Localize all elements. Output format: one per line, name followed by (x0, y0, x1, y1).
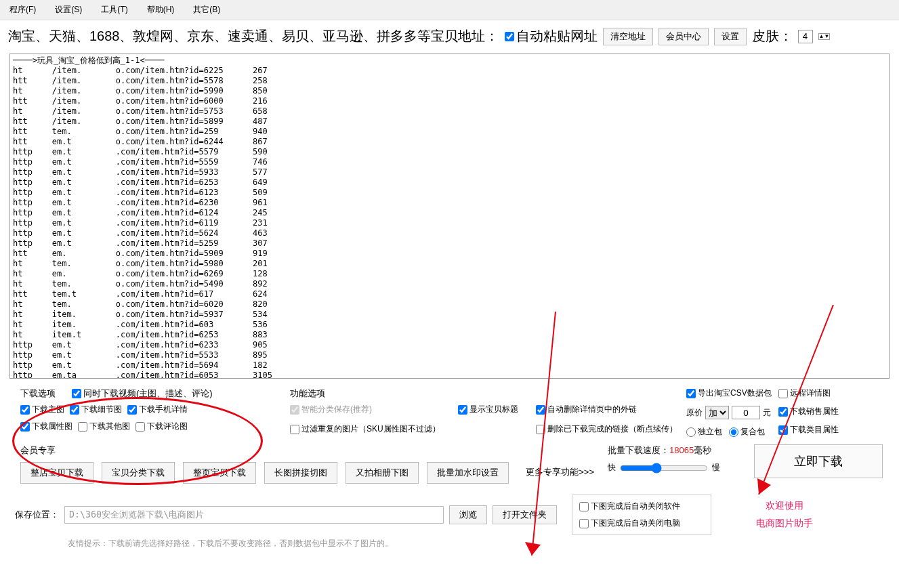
url-textarea[interactable]: ────>玩具_淘宝_价格低到高_1-1<──── ht /item. o.co… (9, 54, 890, 379)
func-title: 功能选项 (290, 387, 681, 400)
opt-other-img[interactable]: 下载其他图 (78, 421, 130, 432)
speed-block: 批量下载速度：18065毫秒 快 慢 (608, 444, 743, 474)
price-line: 原价 加 元 (686, 406, 772, 419)
opt-attr-img[interactable]: 下载属性图 (20, 421, 72, 432)
speed-unit: 毫秒 (694, 445, 711, 455)
open-folder-button[interactable]: 打开文件夹 (493, 505, 557, 524)
radio-compound[interactable]: 复合包 (729, 426, 765, 438)
auto-close-group: 下图完成后自动关闭软件 下图完成后自动关闭电脑 (572, 495, 711, 535)
func-del-done[interactable]: 删除已下载完成的链接（断点续传） (536, 423, 677, 435)
browse-button[interactable]: 浏览 (449, 505, 487, 524)
opt-video[interactable]: 同时下载视频(主图、描述、评论) (72, 387, 213, 400)
radio-indep[interactable]: 独立包 (686, 426, 722, 438)
welcome-text: 欢迎使用 电商图片助手 (717, 500, 852, 530)
price-value-input[interactable] (732, 406, 760, 419)
save-location-label: 保存位置： (15, 509, 59, 521)
menu-tools[interactable]: 工具(T) (101, 4, 127, 16)
download-now-button[interactable]: 立即下载 (754, 444, 883, 478)
auto-paste-checkbox[interactable]: 自动粘贴网址 (505, 27, 598, 45)
whole-shop-button[interactable]: 整店宝贝下载 (20, 462, 93, 484)
member-exclusive-group: 会员专享 整店宝贝下载 宝贝分类下载 整页宝贝下载 长图拼接切图 又拍相册下图 … (20, 444, 509, 484)
menu-help[interactable]: 帮助(H) (147, 4, 175, 16)
opt-cat-attr[interactable]: 下载类目属性 (778, 424, 839, 436)
dl-options-title: 下载选项 (20, 387, 56, 400)
member-title: 会员专享 (20, 444, 509, 457)
watermark-button[interactable]: 批量加水印设置 (427, 462, 509, 484)
opt-comment-img[interactable]: 下载评论图 (135, 421, 188, 432)
menu-program[interactable]: 程序(F) (9, 4, 36, 16)
func-filter-dup[interactable]: 过滤重复的图片（SKU属性图不过滤） (290, 423, 440, 435)
opt-mobile-detail[interactable]: 下载手机详情 (127, 404, 188, 415)
album-button[interactable]: 又拍相册下图 (346, 462, 419, 484)
menubar[interactable]: 程序(F) 设置(S) 工具(T) 帮助(H) 其它(B) (0, 0, 899, 20)
address-label: 淘宝、天猫、1688、敦煌网、京东、速卖通、易贝、亚马逊、拼多多等宝贝地址： (8, 27, 499, 45)
whole-page-button[interactable]: 整页宝贝下载 (183, 462, 256, 484)
hint-text: 友情提示：下载前请先选择好路径，下载后不要改变路径，否则数据包中显示不了图片的。 (0, 535, 899, 549)
price-label: 原价 (686, 407, 703, 419)
opt-detail-img[interactable]: 下载细节图 (70, 404, 122, 415)
func-show-title[interactable]: 显示宝贝标题 (458, 404, 518, 415)
function-options-group: 功能选项 智能分类保存(推荐) 过滤重复的图片（SKU属性图不过滤） 显示宝贝标… (290, 387, 681, 438)
price-unit: 元 (763, 407, 771, 419)
opt-remote-detail[interactable]: 远程详情图 (778, 387, 839, 399)
skin-spinner[interactable] (798, 30, 813, 43)
export-options-group: 导出淘宝CSV数据包 原价 加 元 独立包 复合包 远程详情图 下载销售属性 下… (686, 387, 890, 438)
speed-label: 批量下载速度： (608, 445, 669, 455)
member-center-button[interactable]: 会员中心 (658, 28, 709, 45)
more-func-link[interactable]: 更多专享功能>>> (526, 466, 594, 484)
opt-export-csv[interactable]: 导出淘宝CSV数据包 (686, 387, 772, 399)
price-op-select[interactable]: 加 (705, 406, 729, 419)
speed-slider[interactable] (620, 463, 708, 474)
menu-other[interactable]: 其它(B) (193, 4, 220, 16)
settings-button[interactable]: 设置 (714, 28, 747, 45)
download-options-group: 下载选项 同时下载视频(主图、描述、评论) 下载主图 下载细节图 下载手机详情 … (20, 387, 271, 438)
save-path-input[interactable] (64, 506, 444, 524)
url-list-area: ────>玩具_淘宝_价格低到高_1-1<──── ht /item. o.co… (9, 54, 890, 381)
fast-label: 快 (608, 462, 616, 474)
auto-close-soft[interactable]: 下图完成后自动关闭软件 (579, 501, 704, 512)
auto-close-pc[interactable]: 下图完成后自动关闭电脑 (579, 518, 704, 529)
speed-value: 18065 (669, 445, 694, 455)
menu-settings[interactable]: 设置(S) (55, 4, 82, 16)
clear-address-button[interactable]: 清空地址 (603, 28, 653, 45)
slow-label: 慢 (712, 462, 720, 474)
func-smart-save[interactable]: 智能分类保存(推荐) (290, 404, 440, 415)
opt-main-img[interactable]: 下载主图 (20, 404, 64, 415)
download-now-block: 立即下载 (754, 444, 890, 478)
skin-label: 皮肤： (752, 27, 793, 45)
classify-button[interactable]: 宝贝分类下载 (102, 462, 175, 484)
long-img-button[interactable]: 长图拼接切图 (264, 462, 337, 484)
spinner-icon[interactable]: ▲▼ (818, 33, 831, 40)
opt-sale-attr[interactable]: 下载销售属性 (778, 406, 839, 417)
func-auto-del-links[interactable]: 自动删除详情页中的外链 (536, 404, 677, 415)
toolbar: 淘宝、天猫、1688、敦煌网、京东、速卖通、易贝、亚马逊、拼多多等宝贝地址： 自… (0, 20, 899, 52)
